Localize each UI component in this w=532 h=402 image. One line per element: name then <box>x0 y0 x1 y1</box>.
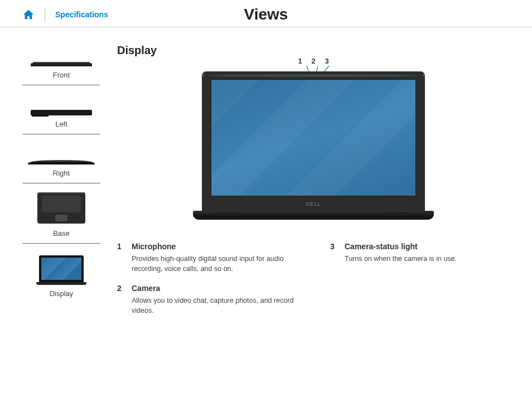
nav-item-left[interactable]: Left <box>22 93 100 134</box>
thumb-right-icon <box>22 142 100 164</box>
nav-item-display[interactable]: Display <box>22 251 100 303</box>
callout-num: 2 <box>308 57 318 65</box>
feature-camera-status-light: 3 Camera-status light Turns on when the … <box>330 242 510 264</box>
callout-numbers: 1 2 3 <box>202 57 425 65</box>
camera-light-dot-icon <box>423 74 425 76</box>
nav-label: Display <box>22 289 100 298</box>
feature-microphone: 1 Microphone Provides high-quality digit… <box>117 242 297 274</box>
feature-description: Turns on when the camera is in use. <box>345 254 457 264</box>
feature-description: Allows you to video chat, capture photos… <box>132 296 297 316</box>
microphone-dot-icon <box>202 74 204 76</box>
thumb-base-icon <box>22 191 100 225</box>
feature-title: Camera <box>132 284 297 293</box>
nav-label: Base <box>22 229 100 238</box>
section-heading: Display <box>117 44 510 57</box>
divider <box>45 8 45 21</box>
feature-description: Provides high-quality digital sound inpu… <box>132 254 297 274</box>
feature-title: Microphone <box>132 242 297 251</box>
thumb-left-icon <box>22 93 100 115</box>
header: Specifications Views <box>0 0 532 27</box>
feature-number: 3 <box>330 242 337 264</box>
feature-column-left: 1 Microphone Provides high-quality digit… <box>117 242 297 326</box>
nav-item-base[interactable]: Base <box>22 191 100 244</box>
page-title: Views <box>244 6 288 23</box>
callout-num: 1 <box>295 57 305 65</box>
laptop-base <box>193 211 434 220</box>
home-icon[interactable] <box>22 8 35 21</box>
nav-label: Right <box>22 169 100 177</box>
feature-column-right: 3 Camera-status light Turns on when the … <box>330 242 510 326</box>
feature-title: Camera-status light <box>345 242 457 251</box>
camera-dot-icon <box>207 74 419 77</box>
specifications-link[interactable]: Specifications <box>55 10 108 19</box>
nav-label: Front <box>22 71 100 79</box>
feature-number: 1 <box>117 242 124 274</box>
brand-logo: DELL <box>202 201 425 207</box>
nav-item-right[interactable]: Right <box>22 142 100 183</box>
thumb-display-icon <box>22 251 100 285</box>
laptop-diagram: 1 2 3 <box>202 71 425 220</box>
camera-row-icon <box>202 74 425 77</box>
laptop-screen-frame: DELL <box>202 71 425 211</box>
laptop-screen <box>211 79 416 196</box>
nav-item-front[interactable]: Front <box>22 44 100 85</box>
diagram-area: 1 2 3 <box>117 71 510 236</box>
callout-num: 3 <box>322 57 332 65</box>
feature-number: 2 <box>117 284 124 316</box>
views-sidebar: Front Left Right Base Display <box>22 44 100 326</box>
nav-label: Left <box>22 120 100 128</box>
feature-list: 1 Microphone Provides high-quality digit… <box>117 236 510 326</box>
thumb-front-icon <box>22 44 100 66</box>
feature-camera: 2 Camera Allows you to video chat, captu… <box>117 284 297 316</box>
main-content: Display 1 2 3 <box>100 44 510 326</box>
